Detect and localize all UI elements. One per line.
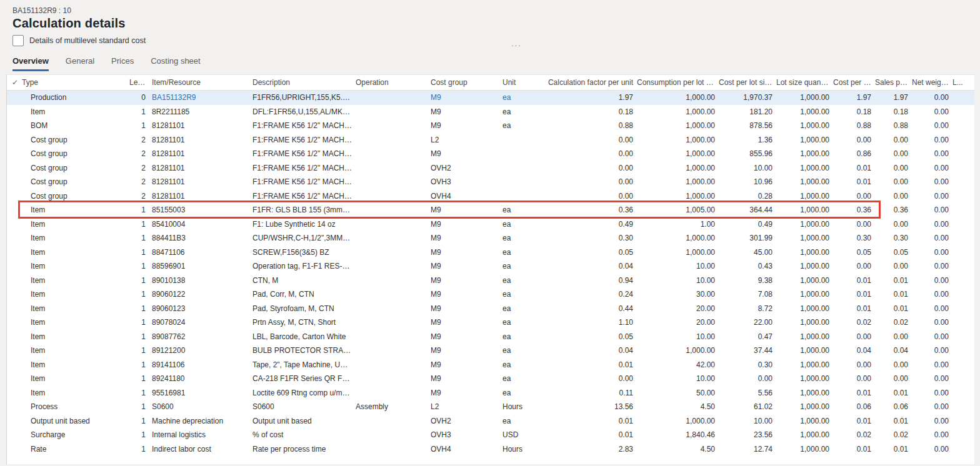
- cell-cost_group: OVH3: [429, 430, 501, 439]
- cell-net_weight: 0.00: [910, 346, 951, 355]
- table-row[interactable]: Cost group281281101F1:FRAME K56 1/2" MAC…: [7, 133, 974, 147]
- cell-lot_size_qty: 1,000.00: [774, 346, 831, 355]
- table-row[interactable]: Item185155003F1FR: GLS BLB 155 (3mm) RED…: [7, 203, 974, 217]
- cell-cost_per_unit: 0.00: [831, 220, 873, 229]
- cell-cost_per_lot: 878.56: [717, 121, 774, 130]
- cell-unit[interactable]: ea: [501, 93, 544, 102]
- table-row[interactable]: Item1884411B3CUP/WSHR,C-H,1/2",3MM BZM9e…: [7, 231, 974, 245]
- cell-calc_factor: 0.00: [544, 177, 635, 186]
- column-header-item[interactable]: Item/Resource: [148, 78, 251, 87]
- cell-item: 89060122: [148, 290, 251, 299]
- multilevel-checkbox[interactable]: [12, 35, 24, 46]
- column-header-cost_group[interactable]: Cost group: [429, 78, 501, 87]
- cell-lot_size_qty: 1,000.00: [774, 136, 831, 144]
- table-row[interactable]: Item189078024Prtn Assy, M, CTN, ShortM9e…: [7, 315, 974, 330]
- column-header-level[interactable]: Level: [128, 78, 148, 87]
- cell-sales_price: 0.02: [873, 430, 910, 439]
- cell-lot_size_qty: 1,000.00: [774, 107, 831, 116]
- column-header-operation[interactable]: Operation: [354, 78, 429, 87]
- table-row[interactable]: Item188596901Operation tag, F1-F1 RES-F1…: [7, 259, 974, 274]
- cell-sales_price: 0.00: [873, 360, 910, 369]
- table-row[interactable]: BOM181281101F1:FRAME K56 1/2" MACH BZM9e…: [7, 119, 974, 133]
- column-header-l_trunc[interactable]: L...: [951, 78, 973, 87]
- table-row[interactable]: Item185410004F1: Lube Synthetic 14 ozM9e…: [7, 217, 974, 232]
- cell-level: 2: [128, 177, 148, 186]
- table-row[interactable]: Item189141106Tape, 2", Tape Machine, Um …: [7, 358, 974, 372]
- cell-description: F1:FRAME K56 1/2" MACH BZ: [251, 192, 354, 201]
- cell-cost_per_unit: 0.00: [831, 262, 873, 270]
- table-row[interactable]: Cost group281281101F1:FRAME K56 1/2" MAC…: [7, 161, 974, 176]
- table-row[interactable]: Item189121200BULB PROTECTOR STRAP,PMI#B.…: [7, 344, 974, 358]
- multilevel-checkbox-label: Details of multilevel standard cost: [29, 36, 146, 45]
- cell-unit: ea: [501, 304, 544, 313]
- cell-lot_size_qty: 1,000.00: [774, 177, 831, 186]
- page-breadcrumb-caption: BA151132R9 : 10: [12, 6, 71, 15]
- column-header-net_weight[interactable]: Net weight per ...: [910, 78, 951, 87]
- column-header-type[interactable]: Type: [21, 78, 128, 87]
- table-row[interactable]: Cost group281281101F1:FRAME K56 1/2" MAC…: [7, 189, 974, 204]
- cell-cost_group: OVH4: [429, 192, 501, 201]
- cell-lot_size_qty: 1,000.00: [774, 360, 831, 369]
- cell-consumption: 50.00: [635, 389, 717, 397]
- cell-cost_group[interactable]: M9: [429, 93, 501, 102]
- table-row[interactable]: Cost group281281101F1:FRAME K56 1/2" MAC…: [7, 175, 974, 189]
- cell-net_weight: 0.00: [910, 360, 951, 369]
- cell-consumption: 1,000.00: [635, 121, 717, 130]
- table-row[interactable]: Cost group281281101F1:FRAME K56 1/2" MAC…: [7, 147, 974, 161]
- tab-general[interactable]: General: [66, 56, 94, 71]
- cell-description: CA-218 F1FR Series QR FQFR56 ...: [251, 374, 354, 383]
- table-row[interactable]: Item189010138CTN, MM9ea0.9410.009.381,00…: [7, 274, 974, 288]
- cell-cost_per_unit: 0.00: [831, 360, 873, 369]
- cell-cost_per_unit: 0.88: [831, 121, 873, 130]
- cell-consumption: 1,000.00: [635, 177, 717, 186]
- cell-cost_group: M9: [429, 276, 501, 285]
- cell-level: 1: [128, 318, 148, 327]
- column-header-consumption[interactable]: Consumption per lot size: [635, 78, 717, 87]
- column-header-sales_price[interactable]: Sales price per ...: [873, 78, 910, 87]
- cell-item[interactable]: BA151132R9: [148, 93, 251, 102]
- cell-net_weight: 0.00: [910, 149, 951, 158]
- tab-prices[interactable]: Prices: [111, 56, 134, 71]
- cell-net_weight: 0.00: [910, 402, 951, 411]
- column-header-calc_factor[interactable]: Calculation factor per unit: [544, 78, 635, 87]
- column-header-description[interactable]: Description: [251, 78, 354, 87]
- cell-sales_price: 0.01: [873, 389, 910, 397]
- column-header-select-all[interactable]: ✓: [7, 78, 21, 87]
- column-header-unit[interactable]: Unit: [501, 78, 544, 87]
- table-row[interactable]: Item188471106SCREW,F156(3&5) BZM9ea0.051…: [7, 245, 974, 260]
- cell-unit: ea: [501, 206, 544, 214]
- cell-item: 81281101: [148, 164, 251, 172]
- table-row[interactable]: Item189241180CA-218 F1FR Series QR FQFR5…: [7, 372, 974, 386]
- cell-unit: ea: [501, 332, 544, 341]
- cell-item: 81281101: [148, 177, 251, 186]
- table-row[interactable]: Production0BA151132R9F1FR56,UPRIGHT,155,…: [7, 91, 974, 105]
- table-row[interactable]: Rate1Indirect labor costRate per process…: [7, 442, 974, 457]
- cell-cost_per_lot: 8.72: [717, 304, 774, 313]
- tab-overview[interactable]: Overview: [12, 56, 49, 71]
- cell-cost_per_unit: 0.00: [831, 136, 873, 144]
- cell-sales_price: 0.30: [873, 234, 910, 242]
- tab-costing-sheet[interactable]: Costing sheet: [151, 56, 201, 71]
- table-row[interactable]: Item189060123Pad, Styrofoam, M, CTNM9ea0…: [7, 302, 974, 316]
- column-header-lot_size_qty[interactable]: Lot size quantity: [774, 78, 831, 87]
- cell-cost_per_lot: 0.47: [717, 332, 774, 341]
- cell-item: S0600: [148, 402, 251, 411]
- table-row[interactable]: Output unit based1Machine depreciationOu…: [7, 414, 974, 429]
- table-row[interactable]: Surcharge1Internal logistics% of costOVH…: [7, 428, 974, 442]
- cell-calc_factor: 0.94: [544, 276, 635, 285]
- cell-cost_group: M9: [429, 346, 501, 355]
- cell-description: Pad, Styrofoam, M, CTN: [251, 304, 354, 313]
- table-row[interactable]: Item18R2211185DFL:F1FR56,U,155,AL/MK,RA1…: [7, 105, 974, 119]
- cell-sales_price: 0.00: [873, 192, 910, 201]
- column-header-cost_per_lot[interactable]: Cost per lot size: [717, 78, 774, 87]
- cell-lot_size_qty: 1,000.00: [774, 248, 831, 257]
- column-header-cost_per_unit[interactable]: Cost per unit: [831, 78, 873, 87]
- cell-sales_price: 0.01: [873, 290, 910, 299]
- table-row[interactable]: Process1S0600S0600AssemblyL2Hours13.564.…: [7, 400, 974, 414]
- more-options-ellipsis[interactable]: ...: [511, 39, 522, 48]
- cell-calc_factor: 0.00: [544, 374, 635, 383]
- cell-type: Item: [21, 374, 128, 383]
- table-row[interactable]: Item195516981Loctite 609 Rtng comp u/m=M…: [7, 386, 974, 400]
- table-row[interactable]: Item189087762LBL, Barcode, Carton WhiteM…: [7, 330, 974, 344]
- table-row[interactable]: Item189060122Pad, Corr, M, CTNM9ea0.2430…: [7, 287, 974, 302]
